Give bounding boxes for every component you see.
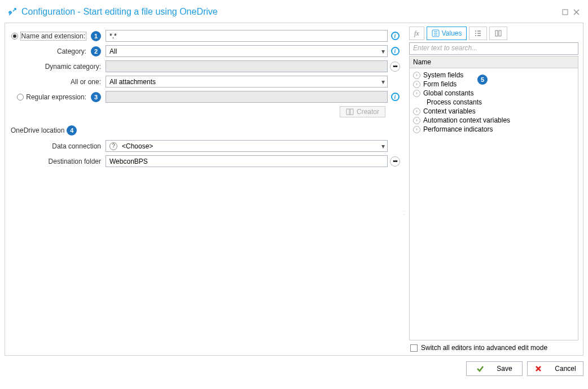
category-dropdown[interactable]: All ▾ bbox=[106, 45, 388, 57]
tree-item-context-variables[interactable]: ›Context variables bbox=[411, 107, 577, 116]
expand-icon[interactable]: › bbox=[413, 81, 420, 88]
title-bar: Configuration - Start editing a file usi… bbox=[5, 5, 583, 23]
badge-1: 1 bbox=[91, 31, 101, 41]
tree-body: 5 ›System fields ›Form fields ›Global co… bbox=[409, 68, 578, 340]
data-connection-value: <Choose> bbox=[122, 142, 153, 150]
info-button-regex[interactable]: i bbox=[390, 92, 400, 102]
footer: Save Cancel bbox=[5, 356, 583, 376]
resize-grip[interactable]: ⋮⋮ bbox=[403, 209, 405, 216]
svg-rect-3 bbox=[499, 30, 501, 36]
regex-label: Regular expression: bbox=[26, 93, 86, 101]
regex-input bbox=[106, 91, 388, 103]
badge-2: 2 bbox=[91, 46, 101, 56]
badge-4: 4 bbox=[67, 125, 77, 136]
tab-list[interactable] bbox=[469, 27, 487, 40]
category-value: All bbox=[109, 47, 117, 55]
tab-columns[interactable] bbox=[489, 27, 507, 40]
advanced-mode-label: Switch all editors into advanced edit mo… bbox=[421, 344, 547, 352]
destination-folder-input[interactable] bbox=[106, 155, 388, 167]
tree-item-process-constants[interactable]: Process constants bbox=[411, 98, 577, 107]
tree-item-performance[interactable]: ›Performance indicators bbox=[411, 125, 577, 134]
book-icon bbox=[346, 108, 354, 115]
name-and-extension-radio[interactable] bbox=[11, 33, 18, 40]
tree-item-form-fields[interactable]: ›Form fields bbox=[411, 80, 577, 89]
svg-rect-0 bbox=[563, 10, 568, 15]
badge-5: 5 bbox=[477, 75, 488, 85]
cancel-button[interactable]: Cancel bbox=[527, 361, 583, 376]
info-button-name-ext[interactable]: i bbox=[390, 31, 400, 41]
tab-strip: fx Values bbox=[409, 27, 578, 40]
expand-icon[interactable]: › bbox=[413, 117, 420, 124]
chevron-down-icon: ▾ bbox=[381, 142, 385, 150]
badge-3: 3 bbox=[91, 92, 101, 102]
values-icon bbox=[432, 29, 440, 37]
advanced-mode-checkbox[interactable] bbox=[410, 344, 418, 352]
all-or-one-value: All attachments bbox=[109, 78, 156, 86]
window-title: Configuration - Start editing a file usi… bbox=[21, 7, 218, 17]
columns-icon bbox=[494, 29, 502, 37]
dynamic-category-label: Dynamic category: bbox=[45, 63, 101, 71]
expand-icon[interactable]: › bbox=[413, 90, 420, 97]
all-or-one-dropdown[interactable]: All attachments ▾ bbox=[106, 76, 388, 88]
close-button[interactable] bbox=[572, 8, 580, 16]
creator-button[interactable]: Creator bbox=[340, 106, 385, 117]
tree-item-global-constants[interactable]: ›Global constants bbox=[411, 89, 577, 98]
data-connection-label: Data connection bbox=[52, 142, 101, 150]
category-label: Category: bbox=[57, 47, 86, 55]
chevron-down-icon: ▾ bbox=[381, 78, 385, 86]
ellipsis-button-dyn[interactable]: ••• bbox=[390, 62, 400, 72]
tree-item-system-fields[interactable]: ›System fields bbox=[411, 71, 577, 80]
tab-values-label: Values bbox=[442, 29, 462, 37]
cancel-icon bbox=[534, 365, 542, 373]
data-connection-dropdown[interactable]: ? <Choose> ▾ bbox=[106, 140, 388, 152]
dynamic-category-input bbox=[106, 60, 388, 72]
expand-icon[interactable]: › bbox=[413, 126, 420, 133]
question-icon: ? bbox=[109, 142, 117, 150]
tab-values[interactable]: Values bbox=[427, 27, 467, 40]
tree-item-automation-context[interactable]: ›Automation context variables bbox=[411, 116, 577, 125]
name-ext-input[interactable] bbox=[106, 30, 388, 42]
info-button-category[interactable]: i bbox=[390, 46, 400, 56]
creator-label: Creator bbox=[357, 108, 379, 116]
regex-radio[interactable] bbox=[17, 94, 24, 100]
side-pane: fx Values Enter text to search... Name 5… bbox=[405, 23, 583, 355]
form-pane: Name and extension: 1 i Category: 2 All … bbox=[5, 23, 405, 355]
maximize-button[interactable] bbox=[561, 8, 569, 16]
all-or-one-label: All or one: bbox=[71, 78, 101, 86]
tab-fx[interactable]: fx bbox=[409, 27, 424, 40]
name-and-extension-label: Name and extension: bbox=[20, 32, 86, 41]
expand-icon[interactable]: › bbox=[413, 108, 420, 115]
list-icon bbox=[474, 29, 482, 37]
save-label: Save bbox=[497, 365, 512, 373]
destination-folder-label: Destination folder bbox=[49, 158, 101, 165]
cancel-label: Cancel bbox=[555, 365, 576, 373]
svg-rect-2 bbox=[495, 30, 498, 36]
tree-header: Name bbox=[409, 56, 578, 68]
tools-icon bbox=[8, 7, 17, 16]
save-button[interactable]: Save bbox=[466, 361, 523, 376]
ellipsis-button-folder[interactable]: ••• bbox=[390, 156, 400, 167]
chevron-down-icon: ▾ bbox=[381, 47, 385, 55]
expand-icon[interactable]: › bbox=[413, 72, 420, 79]
check-icon bbox=[476, 365, 484, 373]
onedrive-section-label: OneDrive location bbox=[10, 126, 64, 134]
search-input[interactable]: Enter text to search... bbox=[409, 42, 578, 55]
